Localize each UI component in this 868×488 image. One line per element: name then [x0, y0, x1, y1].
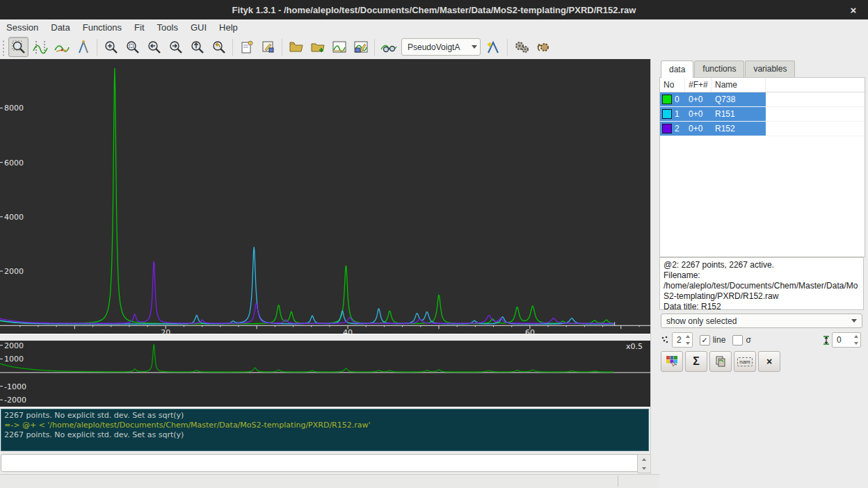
- add-peak-button[interactable]: [483, 37, 504, 57]
- table-row[interactable]: 10+0R151: [660, 107, 865, 122]
- col-no: No: [660, 78, 685, 92]
- zoom-next-button[interactable]: [166, 37, 186, 57]
- toolbar-separator: [282, 39, 282, 56]
- pane-splitter[interactable]: [650, 59, 660, 474]
- append-data-button[interactable]: [307, 37, 328, 57]
- trace-R152: [0, 261, 614, 323]
- add-peak-mode-button[interactable]: [73, 37, 93, 57]
- dataset-color-swatch[interactable]: [662, 124, 672, 133]
- data-range-mode-button[interactable]: [30, 37, 50, 57]
- save-image-button[interactable]: [351, 37, 371, 57]
- run-fit-button[interactable]: [511, 37, 531, 57]
- menu-item-fit[interactable]: Fit: [128, 21, 150, 34]
- menu-item-gui[interactable]: GUI: [184, 21, 213, 34]
- dataset-number: 2: [660, 122, 685, 136]
- console-output[interactable]: 2267 points. No explicit std. dev. Set a…: [1, 409, 649, 451]
- background-mode-button[interactable]: [51, 37, 72, 57]
- toolbar-separator: [232, 39, 233, 56]
- spin-up-icon[interactable]: [642, 458, 646, 461]
- data-info-line: @2: 2267 points, 2267 active.: [664, 260, 860, 270]
- toolbar-separator: [374, 39, 375, 56]
- dataset-color-swatch[interactable]: [662, 95, 672, 104]
- dataset-color-swatch[interactable]: [662, 109, 672, 119]
- data-info-line: Data title: R152: [664, 302, 860, 312]
- show-filter-select[interactable]: show only selected: [661, 314, 862, 328]
- gears-icon: [513, 40, 530, 55]
- main-plot[interactable]: 2040602000400060008000: [0, 59, 651, 334]
- table-row[interactable]: 00+0Q738: [660, 92, 865, 107]
- data-info-box: @2: 2267 points, 2267 active.Filename: /…: [659, 257, 864, 310]
- zoom-undo-icon: [211, 40, 227, 55]
- table-row[interactable]: 20+0R152: [660, 122, 865, 136]
- zoom-all-button[interactable]: [209, 37, 229, 57]
- zoom-right-icon: [168, 40, 184, 55]
- zoom-mode-button[interactable]: [8, 37, 29, 57]
- zoom-in-button[interactable]: [101, 37, 121, 57]
- shift-value: 0: [833, 335, 844, 345]
- spin-down-icon[interactable]: [642, 467, 646, 470]
- sigma-checkbox[interactable]: [732, 335, 743, 345]
- svg-text:-2000: -2000: [4, 396, 26, 405]
- svg-text:20: 20: [161, 328, 170, 334]
- menu-bar: SessionDataFunctionsFitToolsGUIHelp: [0, 19, 868, 35]
- guess-peak-button[interactable]: [378, 37, 399, 57]
- col-name: Name: [712, 78, 766, 92]
- spin-up-icon[interactable]: [854, 335, 858, 338]
- zoom-vertical-button[interactable]: [187, 37, 207, 57]
- col-f: #F+#: [685, 78, 712, 92]
- colors-button[interactable]: [661, 351, 683, 372]
- copy-sheets-icon: [714, 355, 727, 368]
- function-type-select[interactable]: PseudoVoigtA: [401, 38, 481, 56]
- zoom-previous-button[interactable]: [144, 37, 164, 57]
- tab-data[interactable]: data: [661, 60, 693, 78]
- command-input[interactable]: [1, 454, 640, 472]
- sidebar: data functions variables No #F+# Name 00…: [659, 59, 868, 488]
- baseline-curve-icon: [54, 40, 70, 55]
- spin-down-icon[interactable]: [686, 342, 690, 345]
- menu-item-session[interactable]: Session: [0, 21, 45, 34]
- menu-item-help[interactable]: Help: [213, 21, 244, 34]
- edit-script-button[interactable]: [258, 37, 278, 57]
- svg-text:4000: 4000: [4, 213, 24, 222]
- chevron-down-icon: [472, 45, 477, 49]
- new-session-button[interactable]: [236, 37, 257, 57]
- sum-button[interactable]: Σ: [685, 351, 707, 372]
- line-checkbox[interactable]: ✓: [700, 335, 710, 345]
- svg-text:40: 40: [343, 328, 353, 334]
- copy-data-button[interactable]: [709, 351, 732, 372]
- aux-plot[interactable]: 20001000-1000-2000: [0, 341, 651, 407]
- console-line: =-> @+ < '/home/aleplo/test/Documents/Ch…: [4, 421, 648, 430]
- delete-dataset-button[interactable]: ×: [758, 351, 780, 372]
- svg-text:2000: 2000: [4, 341, 24, 350]
- spin-up-icon[interactable]: [686, 335, 690, 338]
- function-type-value: PseudoVoigtA: [408, 42, 460, 52]
- zoom-rect-icon: [125, 40, 140, 55]
- menu-item-tools[interactable]: Tools: [151, 21, 184, 34]
- spin-down-icon[interactable]: [854, 342, 858, 345]
- dataset-name: Q738: [712, 92, 766, 106]
- sidebar-tabs: data functions variables: [661, 60, 796, 78]
- toolbar-separator: [507, 39, 508, 56]
- point-size-stepper[interactable]: 2: [672, 332, 693, 348]
- open-data-button[interactable]: [286, 37, 306, 57]
- tab-functions[interactable]: functions: [694, 60, 744, 78]
- point-size-value: 2: [673, 335, 684, 345]
- shift-stepper[interactable]: 0: [832, 332, 861, 348]
- toolbar-drag-handle[interactable]: [1, 39, 6, 56]
- range-curve-icon: [33, 40, 48, 55]
- command-history-spinner[interactable]: [637, 454, 651, 473]
- data-table: No #F+# Name 00+0Q73810+0R15120+0R152: [659, 77, 865, 257]
- menu-item-functions[interactable]: Functions: [77, 21, 128, 34]
- menu-item-data[interactable]: Data: [45, 21, 76, 34]
- zoom-left-icon: [147, 40, 162, 55]
- svg-text:1000: 1000: [4, 355, 24, 364]
- tab-variables[interactable]: variables: [745, 60, 795, 78]
- chevron-down-icon: [851, 319, 857, 323]
- export-data-button[interactable]: [329, 37, 349, 57]
- svg-text:6000: 6000: [4, 158, 24, 168]
- title-bar[interactable]: Fityk 1.3.1 - /home/aleplo/test/Document…: [0, 0, 868, 19]
- close-icon[interactable]: ×: [846, 2, 861, 17]
- undo-fit-button[interactable]: [533, 37, 553, 57]
- rename-button[interactable]: nam: [734, 351, 756, 372]
- zoom-selection-button[interactable]: [122, 37, 143, 57]
